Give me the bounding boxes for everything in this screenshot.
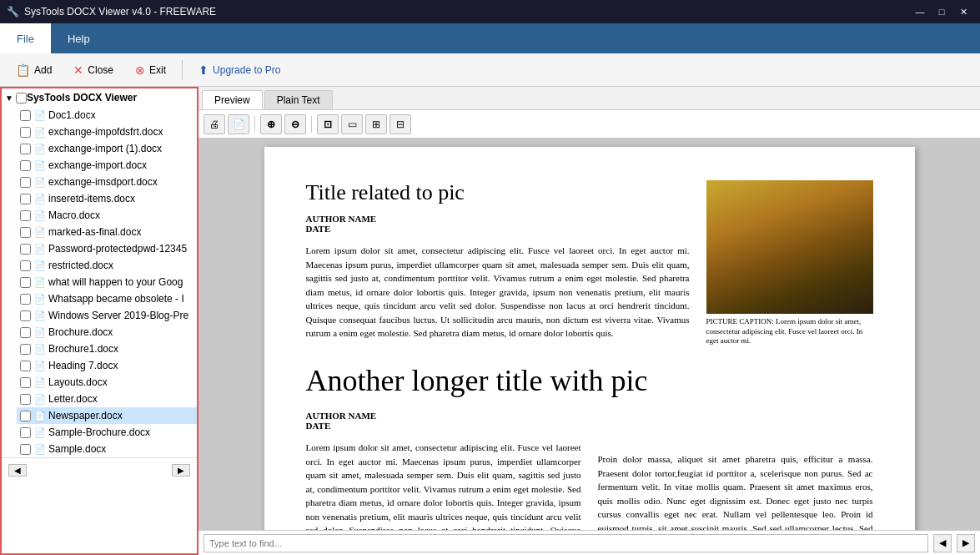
exit-button[interactable]: ⊗ Exit bbox=[126, 59, 175, 81]
tree-item[interactable]: 📄Letter.docx bbox=[17, 391, 197, 407]
file-icon: 📄 bbox=[34, 160, 46, 171]
tree-item[interactable]: 📄restricted.docx bbox=[17, 257, 197, 274]
file-checkbox[interactable] bbox=[20, 277, 31, 288]
date-1: DATE bbox=[306, 224, 690, 234]
tree-item[interactable]: 📄Windows Server 2019-Blog-Pre bbox=[17, 307, 197, 324]
tree-item[interactable]: 📄Brochure1.docx bbox=[17, 341, 197, 357]
page-button[interactable]: 📄 bbox=[228, 114, 249, 134]
author-name-2: AUTHOR NAME bbox=[306, 411, 581, 421]
toolbar: 📋 Add ✕ Close ⊗ Exit ⬆ Upgrade to Pro bbox=[0, 53, 980, 87]
file-name: Layouts.docx bbox=[48, 376, 108, 388]
tree-item[interactable]: 📄exchange-import.docx bbox=[17, 157, 197, 174]
file-checkbox[interactable] bbox=[20, 444, 31, 455]
tree-item[interactable]: 📄exchange-imsdport.docx bbox=[17, 174, 197, 190]
doc-big-title: Another longer title with pic bbox=[306, 363, 873, 398]
file-checkbox[interactable] bbox=[20, 110, 31, 121]
multi-page-button[interactable]: ⊟ bbox=[389, 114, 411, 134]
single-page-button[interactable]: ▭ bbox=[341, 114, 363, 134]
file-checkbox[interactable] bbox=[20, 160, 31, 171]
prev-result-button[interactable]: ◀ bbox=[933, 534, 952, 552]
main-layout: ▼ SysTools DOCX Viewer 📄Doc1.docx📄exchan… bbox=[0, 87, 980, 555]
search-input[interactable] bbox=[204, 534, 928, 552]
file-name: Windows Server 2019-Blog-Pre bbox=[48, 310, 188, 321]
tree-item[interactable]: 📄Brochure.docx bbox=[17, 324, 197, 341]
tree-item[interactable]: 📄exchange-import (1).docx bbox=[17, 140, 197, 157]
tree-item[interactable]: 📄inseretd-items.docx bbox=[17, 190, 197, 207]
tab-preview[interactable]: Preview bbox=[202, 90, 263, 109]
zoom-out-button[interactable]: ⊖ bbox=[284, 114, 306, 134]
doc-page: Title related to pic AUTHOR NAME DATE Lo… bbox=[264, 147, 915, 530]
file-icon: 📄 bbox=[34, 310, 46, 321]
file-checkbox[interactable] bbox=[20, 194, 31, 204]
tree-item[interactable]: 📄marked-as-final.docx bbox=[17, 224, 197, 240]
file-checkbox[interactable] bbox=[20, 144, 31, 154]
file-checkbox[interactable] bbox=[20, 327, 31, 338]
tree-expand-btn[interactable]: ▶ bbox=[172, 464, 190, 477]
file-name: Letter.docx bbox=[48, 393, 98, 405]
file-name: marked-as-final.docx bbox=[48, 226, 141, 238]
file-name: Whatsapp became obsolete - I bbox=[48, 293, 184, 305]
file-icon: 📄 bbox=[34, 294, 46, 305]
file-checkbox[interactable] bbox=[20, 344, 31, 355]
file-icon: 📄 bbox=[34, 361, 46, 371]
file-tree-panel[interactable]: ▼ SysTools DOCX Viewer 📄Doc1.docx📄exchan… bbox=[0, 87, 199, 555]
tree-item[interactable]: 📄Sample.docx bbox=[17, 441, 197, 457]
file-checkbox[interactable] bbox=[20, 227, 31, 238]
zoom-in-button[interactable]: ⊕ bbox=[260, 114, 282, 134]
tree-collapse-btn[interactable]: ◀ bbox=[8, 464, 27, 477]
fit-page-button[interactable]: ⊡ bbox=[317, 114, 339, 134]
doc-section-2: Another longer title with pic AUTHOR NAM… bbox=[306, 363, 873, 530]
file-checkbox[interactable] bbox=[20, 127, 31, 138]
file-name: exchange-imsdport.docx bbox=[48, 176, 158, 188]
file-checkbox[interactable] bbox=[20, 361, 31, 371]
tree-item[interactable]: 📄Whatsapp became obsolete - I bbox=[17, 290, 197, 307]
tree-item[interactable]: 📄Macro.docx bbox=[17, 207, 197, 224]
file-icon: 📄 bbox=[34, 177, 46, 188]
menu-help[interactable]: Help bbox=[51, 23, 107, 53]
tree-item[interactable]: 📄exchange-impofdsfrt.docx bbox=[17, 124, 197, 140]
next-result-button[interactable]: ▶ bbox=[957, 534, 975, 552]
file-checkbox[interactable] bbox=[20, 294, 31, 305]
file-checkbox[interactable] bbox=[20, 377, 31, 388]
file-checkbox[interactable] bbox=[20, 394, 31, 405]
tree-item[interactable]: 📄what will happen to your Goog bbox=[17, 274, 197, 290]
file-checkbox[interactable] bbox=[20, 210, 31, 221]
tab-plaintext[interactable]: Plain Text bbox=[264, 90, 333, 109]
tree-item[interactable]: 📄Doc1.docx bbox=[17, 107, 197, 124]
tree-item[interactable]: 📄Heading 7.docx bbox=[17, 357, 197, 374]
file-icon: 📄 bbox=[34, 210, 46, 221]
close-icon: ✕ bbox=[73, 63, 83, 77]
file-name: restricted.docx bbox=[48, 260, 113, 271]
close-button[interactable]: ✕ Close bbox=[64, 59, 123, 81]
tree-root[interactable]: ▼ SysTools DOCX Viewer bbox=[2, 88, 197, 107]
file-checkbox[interactable] bbox=[20, 411, 31, 421]
tree-root-label: SysTools DOCX Viewer bbox=[27, 92, 137, 103]
add-button[interactable]: 📋 Add bbox=[7, 59, 61, 81]
print-button[interactable]: 🖨 bbox=[204, 114, 225, 134]
upgrade-button[interactable]: ⬆ Upgrade to Pro bbox=[189, 59, 289, 81]
doc-title-1: Title related to pic bbox=[306, 180, 690, 205]
maximize-button[interactable]: □ bbox=[932, 3, 952, 20]
file-checkbox[interactable] bbox=[20, 244, 31, 255]
tree-item[interactable]: 📄Sample-Brochure.docx bbox=[17, 424, 197, 441]
file-name: Brochure1.docx bbox=[48, 343, 118, 355]
file-checkbox[interactable] bbox=[20, 177, 31, 188]
tree-item[interactable]: 📄Layouts.docx bbox=[17, 374, 197, 391]
doc-viewer[interactable]: Title related to pic AUTHOR NAME DATE Lo… bbox=[199, 139, 980, 530]
tree-item[interactable]: 📄Password-protectedpwd-12345 bbox=[17, 240, 197, 257]
minimize-button[interactable]: — bbox=[910, 3, 930, 20]
close-window-button[interactable]: ✕ bbox=[953, 3, 973, 20]
file-name: Doc1.docx bbox=[48, 109, 96, 121]
date-2: DATE bbox=[306, 421, 581, 431]
two-page-button[interactable]: ⊞ bbox=[365, 114, 387, 134]
file-checkbox[interactable] bbox=[20, 260, 31, 271]
tree-root-checkbox[interactable] bbox=[16, 93, 27, 103]
tree-item[interactable]: 📄Newspaper.docx bbox=[17, 407, 197, 424]
menu-file[interactable]: File bbox=[0, 23, 51, 53]
view-separator-1 bbox=[254, 116, 255, 133]
file-checkbox[interactable] bbox=[20, 427, 31, 438]
file-name: Macro.docx bbox=[48, 209, 100, 221]
file-checkbox[interactable] bbox=[20, 310, 31, 321]
body-text-2-left: Lorem ipsum dolor sit amet, consectetur … bbox=[306, 441, 581, 530]
file-icon: 📄 bbox=[34, 110, 46, 121]
